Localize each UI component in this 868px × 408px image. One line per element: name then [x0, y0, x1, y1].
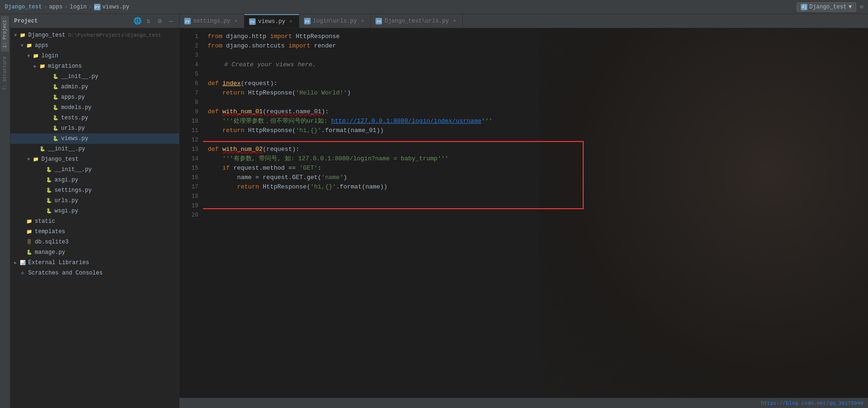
file-tree: Project 🌐 ⇅ ⚙ — ▼ 📁 Django_test D:\Pycha…	[10, 14, 180, 408]
code-line-4: # Create your views here.	[208, 60, 868, 70]
db-file-icon: 🗄	[25, 238, 33, 246]
tree-label: templates	[35, 228, 65, 235]
tree-item-static[interactable]: 📁 static	[10, 216, 179, 227]
tree-item-settings[interactable]: 🐍 settings.py	[10, 185, 179, 196]
code-line-3	[208, 51, 868, 60]
tree-item-django-test-root[interactable]: ▼ 📁 Django_test D:\PycharmProjects\Djang…	[10, 30, 179, 40]
tree-label: apps.py	[61, 94, 85, 101]
py-file-icon: 🐍	[52, 73, 59, 80]
py-file-icon: 🐍	[52, 125, 59, 132]
tree-label: __init__.py	[61, 73, 98, 80]
tree-item-login-root-init[interactable]: 🐍 __init__.py	[10, 144, 179, 154]
arrow-icon: ▼	[12, 33, 19, 38]
tree-item-templates[interactable]: 📁 templates	[10, 227, 179, 237]
tree-item-ext-libs[interactable]: ▶ 📊 External Libraries	[10, 258, 179, 268]
tree-item-djangotest-sub[interactable]: ▼ 📁 Django_test	[10, 154, 179, 165]
chevron-down-icon: ▼	[849, 4, 852, 10]
code-editor[interactable]: from django.http import HttpResponse fro…	[203, 28, 868, 398]
tree-item-asgi[interactable]: 🐍 asgi.py	[10, 175, 179, 185]
tree-item-apps-py[interactable]: 🐍 apps.py	[10, 92, 179, 102]
tabs-bar: py settings.py × py views.py × py login\…	[180, 14, 868, 28]
tab-file-icon: py	[304, 18, 311, 24]
file-tree-content[interactable]: ▼ 📁 Django_test D:\PycharmProjects\Djang…	[10, 28, 179, 408]
tree-item-wsgi[interactable]: 🐍 wsgi.py	[10, 206, 179, 216]
sidebar-tabs: 1: Project 7: Structure	[0, 14, 10, 408]
tree-item-login[interactable]: ▼ 📁 login	[10, 51, 179, 61]
close-icon[interactable]: ×	[451, 18, 458, 24]
breadcrumb-apps[interactable]: apps	[49, 4, 63, 10]
sidebar-tab-structure[interactable]: 7: Structure	[1, 53, 9, 94]
breadcrumb-login[interactable]: login	[70, 4, 86, 10]
breadcrumb: Django_test › apps › login › py views.py	[5, 4, 129, 10]
tree-item-login-init[interactable]: 🐍 __init__.py	[10, 71, 179, 82]
close-icon[interactable]: ×	[233, 18, 239, 24]
locate-icon[interactable]: 🌐	[133, 17, 141, 25]
breadcrumb-project[interactable]: Django_test	[5, 4, 42, 10]
minimize-icon[interactable]: —	[167, 17, 175, 25]
tree-label: __init__.py	[48, 146, 85, 152]
code-line-18	[208, 192, 868, 201]
folder-icon: 📁	[32, 156, 39, 163]
tree-item-migrations[interactable]: ▶ 📁 migrations	[10, 61, 179, 71]
gear-icon[interactable]: ⚙	[156, 17, 164, 25]
arrow-icon: ▼	[25, 54, 32, 59]
code-line-11: return HttpResponse('hi,{}'.format(name_…	[208, 126, 868, 135]
tree-label: urls.py	[55, 197, 78, 204]
folder-icon: 📁	[25, 218, 33, 225]
folder-icon: 📁	[25, 228, 33, 235]
close-icon[interactable]: ×	[359, 18, 366, 24]
folder-icon: 📁	[19, 31, 26, 39]
tree-item-login-urls[interactable]: 🐍 urls.py	[10, 123, 179, 133]
file-tree-header: Project 🌐 ⇅ ⚙ —	[10, 14, 179, 28]
py-file-icon: 🐍	[45, 166, 53, 173]
breadcrumb-file: views.py	[102, 4, 130, 10]
tree-label: Django_test	[28, 32, 65, 39]
tree-label: settings.py	[55, 187, 92, 194]
tree-item-dt-urls[interactable]: 🐍 urls.py	[10, 196, 179, 206]
tab-label: Django_test\urls.py	[384, 18, 449, 24]
py-file-icon: 🐍	[39, 145, 46, 153]
tab-file-icon: py	[375, 18, 382, 24]
folder-icon: 📁	[32, 52, 39, 60]
code-container[interactable]: 1 2 3 4 5 6 7 8 9 10 11 12 13 14 15 16 1…	[180, 28, 868, 398]
code-line-14: '''有参数, 带问号, 如: 127.0.0.1:8080/login?nam…	[208, 154, 868, 164]
py-file-icon: 🐍	[52, 104, 59, 111]
tree-item-models[interactable]: 🐍 models.py	[10, 102, 179, 113]
tree-label: asgi.py	[55, 177, 78, 183]
status-url[interactable]: https://blog.csdn.net/qq_38175040	[761, 400, 863, 406]
arrow-icon: ▶	[32, 63, 39, 69]
close-icon[interactable]: ×	[288, 19, 294, 24]
tab-settings-py[interactable]: py settings.py ×	[180, 14, 244, 28]
arrow-icon: ▼	[19, 43, 25, 48]
project-selector[interactable]: dj Django_test ▼	[797, 2, 856, 12]
code-line-15: if request.method == 'GET':	[208, 164, 868, 173]
tree-item-dt-init[interactable]: 🐍 __init__.py	[10, 165, 179, 175]
breadcrumb-sep-3: ›	[88, 4, 92, 10]
tree-item-scratches[interactable]: ⊙ Scratches and Consoles	[10, 268, 179, 278]
line-numbers: 1 2 3 4 5 6 7 8 9 10 11 12 13 14 15 16 1…	[180, 28, 203, 398]
py-file-icon: 🐍	[45, 176, 53, 184]
tree-item-admin[interactable]: 🐍 admin.py	[10, 82, 179, 92]
tree-label: views.py	[61, 135, 88, 142]
py-file-icon: 🐍	[25, 249, 33, 256]
tree-item-db[interactable]: 🗄 db.sqlite3	[10, 237, 179, 247]
code-line-7: return HttpResponse('Hello World!')	[208, 88, 868, 98]
project-name: Django_test	[809, 4, 846, 10]
py-file-icon: 🐍	[52, 135, 59, 142]
tab-login-urls[interactable]: py login\urls.py ×	[299, 14, 371, 28]
tab-views-py[interactable]: py views.py ×	[244, 14, 299, 28]
tree-item-tests[interactable]: 🐍 tests.py	[10, 113, 179, 123]
libs-icon: 📊	[19, 259, 26, 267]
tab-label: login\urls.py	[313, 18, 357, 24]
sort-icon[interactable]: ⇅	[144, 17, 153, 25]
tree-item-views[interactable]: 🐍 views.py	[10, 133, 179, 144]
folder-icon: 📁	[39, 63, 46, 70]
tab-djangotest-urls[interactable]: py Django_test\urls.py ×	[371, 14, 463, 28]
sidebar-tab-project[interactable]: 1: Project	[1, 16, 9, 52]
tree-label: db.sqlite3	[35, 239, 69, 245]
tree-item-manage[interactable]: 🐍 manage.py	[10, 247, 179, 258]
console-icon: ⊙	[19, 269, 26, 277]
tree-item-apps[interactable]: ▼ 📁 apps	[10, 40, 179, 51]
tab-label: views.py	[258, 18, 285, 25]
settings-icon[interactable]: ⚙	[860, 3, 863, 10]
